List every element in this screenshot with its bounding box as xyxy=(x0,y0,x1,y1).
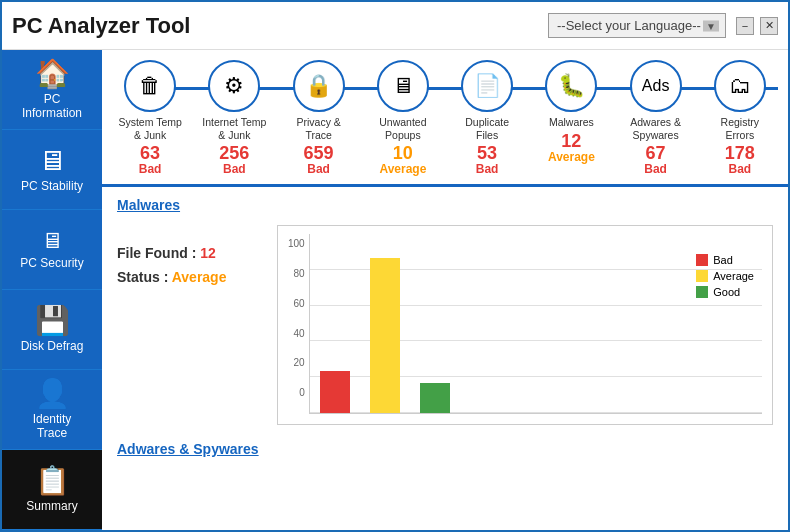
malware-info: File Found : 12 Status : Average xyxy=(117,225,257,285)
summary-icon: 📋 xyxy=(35,467,70,495)
sidebar-label-pc-stability: PC Stability xyxy=(21,179,83,193)
chart-bars-wrap xyxy=(309,234,762,414)
adwares-value: 67 xyxy=(646,144,666,162)
chart-y-axis: 100 80 60 40 20 0 xyxy=(288,238,309,398)
disk-icon: 💾 xyxy=(35,307,70,335)
content-scroll[interactable]: risk Malwares File Found : 12 Status : A… xyxy=(102,187,788,530)
home-icon: 🏠 xyxy=(35,60,70,88)
scan-item-duplicate-files: 📄 DuplicateFiles 53 Bad xyxy=(447,60,527,176)
main-layout: 🏠 PCInformation 🖥 PC Stability 🖥 PC Secu… xyxy=(2,50,788,530)
duplicate-files-label: DuplicateFiles xyxy=(465,116,509,141)
malware-content: File Found : 12 Status : Average 100 xyxy=(117,225,773,425)
minimize-button[interactable]: − xyxy=(736,17,754,35)
malwares-section-title: Malwares xyxy=(117,197,773,213)
window-controls: − ✕ xyxy=(736,17,778,35)
malwares-status: Average xyxy=(548,150,595,164)
y-label-100: 100 xyxy=(288,238,305,249)
legend-label-good: Good xyxy=(713,286,740,298)
registry-value: 178 xyxy=(725,144,755,162)
scan-item-registry: 🗂 RegistryErrors 178 Bad xyxy=(700,60,780,176)
duplicate-files-icon: 📄 xyxy=(461,60,513,112)
duplicate-files-status: Bad xyxy=(476,162,499,176)
sidebar-label-summary: Summary xyxy=(26,499,77,513)
malwares-label: Malwares xyxy=(549,116,594,129)
sidebar-item-pc-stability[interactable]: 🖥 PC Stability xyxy=(2,130,102,210)
unwanted-popups-value: 10 xyxy=(393,144,413,162)
malware-chart: 100 80 60 40 20 0 xyxy=(277,225,773,425)
status-label: Status : xyxy=(117,269,168,285)
internet-temp-status: Bad xyxy=(223,162,246,176)
file-found-stat: File Found : 12 xyxy=(117,245,257,261)
legend-color-bad xyxy=(696,254,708,266)
privacy-trace-value: 659 xyxy=(304,144,334,162)
duplicate-files-value: 53 xyxy=(477,144,497,162)
content-area: 🗑 System Temp& Junk 63 Bad ⚙ Internet Te… xyxy=(102,50,788,530)
app-title: PC Analyzer Tool xyxy=(12,13,548,39)
chart-inner: 100 80 60 40 20 0 xyxy=(288,234,762,414)
legend-label-bad: Bad xyxy=(713,254,733,266)
legend-good: Good xyxy=(696,286,754,298)
bar-good xyxy=(420,383,450,413)
title-bar: PC Analyzer Tool --Select your Language-… xyxy=(2,2,788,50)
file-found-value: 12 xyxy=(200,245,216,261)
sidebar-label-identity-trace: IdentityTrace xyxy=(33,412,72,440)
system-temp-value: 63 xyxy=(140,144,160,162)
system-temp-label: System Temp& Junk xyxy=(118,116,181,141)
y-label-0: 0 xyxy=(299,387,305,398)
file-found-label: File Found : xyxy=(117,245,196,261)
legend-average: Average xyxy=(696,270,754,282)
privacy-trace-label: Privacy &Trace xyxy=(296,116,340,141)
internet-temp-value: 256 xyxy=(219,144,249,162)
chart-legend: Bad Average Good xyxy=(696,254,754,298)
legend-color-average xyxy=(696,270,708,282)
identity-icon: 👤 xyxy=(35,380,70,408)
legend-color-good xyxy=(696,286,708,298)
main-window: PC Analyzer Tool --Select your Language-… xyxy=(0,0,790,532)
status-value: Average xyxy=(172,269,227,285)
internet-temp-icon: ⚙ xyxy=(208,60,260,112)
unwanted-popups-label: UnwantedPopups xyxy=(379,116,426,141)
privacy-trace-status: Bad xyxy=(307,162,330,176)
close-button[interactable]: ✕ xyxy=(760,17,778,35)
sidebar-label-disk-defrag: Disk Defrag xyxy=(21,339,84,353)
scan-item-privacy-trace: 🔒 Privacy &Trace 659 Bad xyxy=(279,60,359,176)
privacy-trace-icon: 🔒 xyxy=(293,60,345,112)
language-selector-wrap[interactable]: --Select your Language-- English Spanish… xyxy=(548,13,726,38)
scan-item-unwanted-popups: 🖥 UnwantedPopups 10 Average xyxy=(363,60,443,176)
scanner-row: 🗑 System Temp& Junk 63 Bad ⚙ Internet Te… xyxy=(102,50,788,187)
sidebar-item-disk-defrag[interactable]: 💾 Disk Defrag xyxy=(2,290,102,370)
bar-average xyxy=(370,258,400,413)
malwares-icon: 🐛 xyxy=(545,60,597,112)
scan-item-system-temp: 🗑 System Temp& Junk 63 Bad xyxy=(110,60,190,176)
malwares-value: 12 xyxy=(561,132,581,150)
registry-status: Bad xyxy=(729,162,752,176)
adwares-status: Bad xyxy=(644,162,667,176)
chart-bars-area xyxy=(309,234,762,414)
status-stat: Status : Average xyxy=(117,269,257,285)
sidebar: 🏠 PCInformation 🖥 PC Stability 🖥 PC Secu… xyxy=(2,50,102,530)
system-temp-icon: 🗑 xyxy=(124,60,176,112)
registry-icon: 🗂 xyxy=(714,60,766,112)
sidebar-item-pc-security[interactable]: 🖥 PC Security xyxy=(2,210,102,290)
registry-label: RegistryErrors xyxy=(721,116,760,141)
sidebar-label-pc-security: PC Security xyxy=(20,256,83,270)
sidebar-item-pc-information[interactable]: 🏠 PCInformation xyxy=(2,50,102,130)
security-icon: 🖥 xyxy=(41,230,63,252)
system-temp-status: Bad xyxy=(139,162,162,176)
adwares-icon: Ads xyxy=(630,60,682,112)
adwares-section-title: Adwares & Spywares xyxy=(117,441,773,457)
y-label-40: 40 xyxy=(294,328,305,339)
legend-label-average: Average xyxy=(713,270,754,282)
y-label-20: 20 xyxy=(294,357,305,368)
y-label-60: 60 xyxy=(294,298,305,309)
y-label-80: 80 xyxy=(294,268,305,279)
language-select[interactable]: --Select your Language-- English Spanish… xyxy=(549,14,725,37)
unwanted-popups-status: Average xyxy=(379,162,426,176)
scan-item-adwares: Ads Adwares &Spywares 67 Bad xyxy=(616,60,696,176)
scan-item-malwares: 🐛 Malwares 12 Average xyxy=(531,60,611,164)
scan-item-internet-temp: ⚙ Internet Temp& Junk 256 Bad xyxy=(194,60,274,176)
sidebar-item-summary[interactable]: 📋 Summary xyxy=(2,450,102,530)
legend-bad: Bad xyxy=(696,254,754,266)
unwanted-popups-icon: 🖥 xyxy=(377,60,429,112)
sidebar-item-identity-trace[interactable]: 👤 IdentityTrace xyxy=(2,370,102,450)
